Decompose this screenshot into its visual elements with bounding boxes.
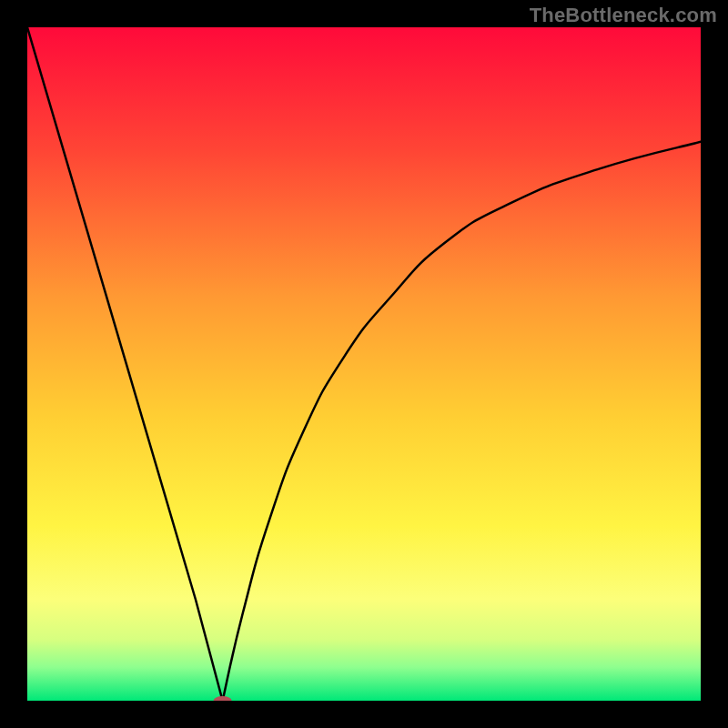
plot-background [27,27,701,701]
chart-frame: TheBottleneck.com [0,0,728,728]
bottleneck-chart [27,27,701,701]
watermark-text: TheBottleneck.com [530,4,717,27]
